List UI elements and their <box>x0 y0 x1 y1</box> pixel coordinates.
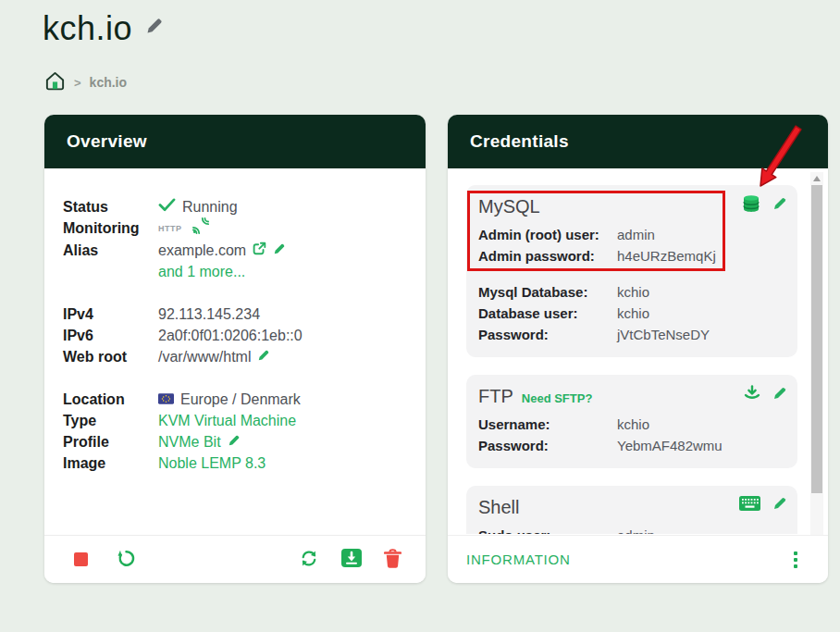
edit-webroot-icon[interactable] <box>257 346 270 367</box>
profile-row: Profile NVMe Bit <box>63 431 407 452</box>
need-sftp-link[interactable]: Need SFTP? <box>522 391 593 405</box>
ftp-password-value: YebmAF482wmu <box>617 435 723 456</box>
monitoring-label: Monitoring <box>63 217 158 239</box>
profile-label: Profile <box>63 431 158 452</box>
install-icon <box>341 549 362 570</box>
sync-button[interactable] <box>299 548 319 572</box>
ftp-heading: FTP <box>478 386 513 407</box>
stop-button[interactable] <box>74 552 88 566</box>
shell-sudo-user-value: admin <box>617 525 655 534</box>
information-link[interactable]: INFORMATION <box>466 551 571 567</box>
check-icon <box>158 196 176 217</box>
ipv4-row: IPv4 92.113.145.234 <box>63 304 407 325</box>
status-value: Running <box>182 196 238 217</box>
webroot-label: Web root <box>63 346 158 367</box>
alias-more-row: and 1 more... <box>158 261 407 282</box>
profile-value: NVMe Bit <box>158 431 221 452</box>
page-title-row: kch.io <box>43 9 164 48</box>
credentials-footer: INFORMATION <box>448 535 828 583</box>
edit-mysql-icon[interactable] <box>772 196 787 215</box>
image-label: Image <box>63 452 158 474</box>
ipv4-value: 92.113.145.234 <box>158 304 260 325</box>
eu-flag-icon <box>158 389 174 410</box>
webroot-row: Web root /var/www/html <box>63 346 407 367</box>
credentials-body: MySQL Admin (root) user: admin Admin pas… <box>448 168 828 534</box>
ipv6-row: IPv6 2a0f:0f01:0206:1eb::0 <box>63 325 407 346</box>
restart-icon <box>116 548 137 572</box>
location-value: Europe / Denmark <box>180 389 301 410</box>
stop-icon <box>74 552 88 566</box>
ftp-username-label: Username: <box>478 414 617 435</box>
database-icon[interactable] <box>742 195 760 216</box>
ftp-password-label: Password: <box>478 435 617 456</box>
overview-card-header: Overview <box>44 115 426 168</box>
breadcrumb-separator: > <box>74 76 81 90</box>
scroll-up-arrow[interactable] <box>813 176 821 181</box>
overview-actions <box>44 535 426 583</box>
image-row: Image Noble LEMP 8.3 <box>63 452 407 474</box>
overview-card: Overview Status Running Monitoring HTTP <box>44 115 426 583</box>
mysql-admin-user-row: Admin (root) user: admin <box>478 224 797 245</box>
status-label: Status <box>63 196 158 217</box>
alias-value: example.com <box>158 240 246 261</box>
ipv4-label: IPv4 <box>63 304 158 325</box>
mysql-admin-password-label: Admin password: <box>478 245 617 266</box>
kebab-menu-icon[interactable] <box>791 549 800 571</box>
ipv6-label: IPv6 <box>63 325 158 346</box>
credentials-card: Credentials MySQL Admin (root) <box>448 115 828 583</box>
restart-button[interactable] <box>116 548 137 572</box>
credentials-scrollbar[interactable] <box>810 172 823 535</box>
webroot-value: /var/www/html <box>158 346 251 367</box>
alias-more-link[interactable]: and 1 more... <box>158 264 245 279</box>
ipv6-value: 2a0f:0f01:0206:1eb::0 <box>158 325 303 346</box>
mysql-admin-password-row: Admin password: h4eURzBemqKj <box>478 245 797 266</box>
download-icon[interactable] <box>744 385 760 404</box>
install-button[interactable] <box>341 549 362 570</box>
monitoring-row: Monitoring HTTP <box>63 217 407 240</box>
credentials-title: Credentials <box>470 131 569 152</box>
edit-title-icon[interactable] <box>145 17 164 39</box>
mysql-db-user-label: Database user: <box>478 303 617 324</box>
scrollbar-thumb[interactable] <box>811 185 822 493</box>
edit-alias-icon[interactable] <box>273 240 286 261</box>
status-row: Status Running <box>63 196 407 217</box>
edit-profile-icon[interactable] <box>228 431 241 452</box>
monitoring-signal-icon[interactable] <box>192 217 209 240</box>
image-value: Noble LEMP 8.3 <box>158 452 266 474</box>
overview-group-network: IPv4 92.113.145.234 IPv6 2a0f:0f01:0206:… <box>63 304 407 367</box>
edit-ftp-icon[interactable] <box>772 386 787 404</box>
type-value: KVM Virtual Machine <box>158 410 296 431</box>
overview-group-status: Status Running Monitoring HTTP <box>63 196 407 282</box>
delete-button[interactable] <box>384 549 401 571</box>
mysql-db-password-row: Password: jVtCbTeNseDY <box>478 324 797 345</box>
external-link-icon[interactable] <box>253 240 266 261</box>
mysql-admin-password-value: h4eURzBemqKj <box>617 245 716 266</box>
overview-group-machine: Location Europe / Denmark <box>63 389 407 474</box>
location-label: Location <box>63 389 158 410</box>
page-title: kch.io <box>43 9 132 48</box>
alias-label: Alias <box>63 240 158 261</box>
mysql-db-user-value: kchio <box>617 303 649 324</box>
alias-row: Alias example.com <box>63 240 407 261</box>
mysql-database-row: Mysql Database: kchio <box>478 281 797 303</box>
home-icon[interactable] <box>44 70 66 94</box>
type-label: Type <box>63 410 158 431</box>
mysql-admin-user-value: admin <box>617 224 655 245</box>
mysql-database-value: kchio <box>617 281 649 303</box>
mysql-admin-user-label: Admin (root) user: <box>478 224 617 245</box>
ftp-username-value: kchio <box>617 414 649 435</box>
overview-body: Status Running Monitoring HTTP <box>44 168 426 474</box>
breadcrumb-current[interactable]: kch.io <box>90 75 127 90</box>
ftp-panel: FTP Need SFTP? Username: kchio Password:… <box>466 375 797 468</box>
shell-panel: Shell Sudo user: admin <box>466 486 797 534</box>
mysql-db-password-label: Password: <box>478 324 617 345</box>
overview-title: Overview <box>67 131 147 152</box>
location-row: Location Europe / Denmark <box>63 389 407 410</box>
sync-icon <box>299 548 319 572</box>
keyboard-icon[interactable] <box>739 496 760 514</box>
edit-shell-icon[interactable] <box>772 496 787 514</box>
trash-icon <box>384 549 401 571</box>
mysql-db-user-row: Database user: kchio <box>478 303 797 324</box>
mysql-database-label: Mysql Database: <box>478 281 617 303</box>
ftp-password-row: Password: YebmAF482wmu <box>478 435 797 456</box>
